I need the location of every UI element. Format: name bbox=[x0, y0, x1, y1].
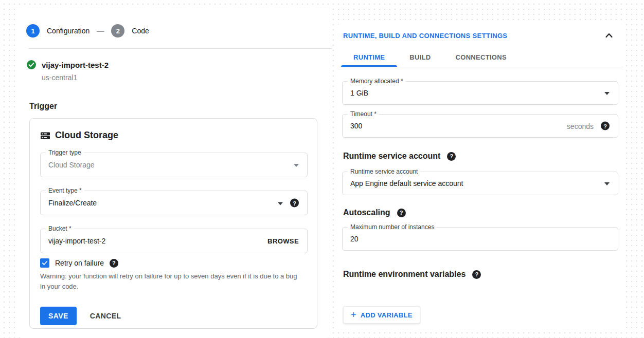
trigger-card-title-text: Cloud Storage bbox=[55, 130, 118, 141]
env-vars-heading: Runtime environment variables bbox=[343, 270, 466, 279]
memory-allocated-value: 1 GiB bbox=[350, 89, 368, 97]
service-account-heading: Runtime service account bbox=[343, 152, 440, 161]
runtime-settings-panel: RUNTIME, BUILD AND CONNECTIONS SETTINGS … bbox=[337, 24, 623, 330]
timeout-help-icon[interactable]: ? bbox=[601, 122, 610, 130]
configuration-panel: 1 Configuration — 2 Code vijay-import-te… bbox=[18, 6, 332, 338]
tab-runtime[interactable]: RUNTIME bbox=[341, 47, 397, 67]
timeout-value: 300 bbox=[350, 122, 362, 130]
step-separator: — bbox=[97, 27, 104, 35]
event-type-help-icon[interactable]: ? bbox=[290, 199, 299, 208]
chevron-down-icon bbox=[604, 182, 610, 185]
settings-panel-header[interactable]: RUNTIME, BUILD AND CONNECTIONS SETTINGS bbox=[343, 32, 600, 40]
checkbox-check-icon bbox=[42, 260, 48, 266]
env-vars-help-icon[interactable]: ? bbox=[472, 270, 481, 279]
bucket-label: Bucket * bbox=[46, 225, 74, 233]
cloud-storage-icon bbox=[40, 130, 50, 141]
retry-row: Retry on failure ? bbox=[40, 258, 118, 268]
add-variable-label: ADD VARIABLE bbox=[361, 311, 413, 319]
runtime-service-account-select[interactable]: Runtime service account App Engine defau… bbox=[342, 172, 618, 195]
timeout-label: Timeout * bbox=[348, 110, 379, 118]
retry-label[interactable]: Retry on failure bbox=[55, 259, 104, 267]
step-2-indicator[interactable]: 2 bbox=[111, 24, 124, 37]
chevron-down-icon bbox=[604, 92, 610, 95]
step-1-label[interactable]: Configuration bbox=[47, 27, 90, 35]
autoscaling-heading-row: Autoscaling ? bbox=[343, 208, 406, 217]
trigger-card: Cloud Storage Trigger type Cloud Storage… bbox=[29, 118, 317, 329]
memory-allocated-select[interactable]: Memory allocated * 1 GiB bbox=[342, 81, 618, 105]
max-instances-input[interactable]: Maximum number of instances 20 bbox=[342, 227, 618, 251]
runtime-service-account-label: Runtime service account bbox=[348, 168, 420, 176]
stepper-divider bbox=[28, 48, 332, 49]
function-region: us-central1 bbox=[42, 73, 77, 82]
service-account-heading-row: Runtime service account ? bbox=[343, 152, 456, 161]
retry-checkbox[interactable] bbox=[40, 258, 49, 268]
max-instances-label: Maximum number of instances bbox=[348, 223, 437, 231]
trigger-type-value: Cloud Storage bbox=[48, 161, 95, 169]
bucket-value: vijay-import-test-2 bbox=[48, 237, 105, 245]
trigger-card-title: Cloud Storage bbox=[40, 130, 118, 141]
stepper: 1 Configuration — 2 Code bbox=[26, 24, 156, 37]
autoscaling-help-icon[interactable]: ? bbox=[397, 209, 406, 217]
memory-allocated-label: Memory allocated * bbox=[348, 78, 406, 85]
runtime-service-account-value: App Engine default service account bbox=[350, 179, 463, 187]
success-check-icon bbox=[26, 60, 37, 70]
trigger-card-actions: SAVE CANCEL bbox=[40, 307, 121, 325]
chevron-down-icon bbox=[278, 202, 283, 205]
tabs-divider bbox=[341, 67, 623, 67]
step-2-label[interactable]: Code bbox=[132, 27, 149, 35]
function-status-row: vijay-import-test-2 bbox=[26, 60, 109, 70]
trigger-type-label: Trigger type bbox=[46, 149, 84, 157]
function-name: vijay-import-test-2 bbox=[42, 61, 109, 69]
trigger-type-select[interactable]: Trigger type Cloud Storage bbox=[40, 153, 308, 177]
timeout-input[interactable]: Timeout * 300 seconds ? bbox=[342, 114, 618, 138]
add-variable-button[interactable]: + ADD VARIABLE bbox=[343, 306, 420, 324]
event-type-select[interactable]: Event type * Finalize/Create ? bbox=[40, 191, 308, 215]
retry-help-icon[interactable]: ? bbox=[110, 259, 118, 268]
autoscaling-heading: Autoscaling bbox=[343, 208, 390, 217]
browse-button[interactable]: BROWSE bbox=[267, 237, 299, 245]
event-type-label: Event type * bbox=[46, 187, 84, 195]
cancel-button[interactable]: CANCEL bbox=[90, 312, 121, 320]
event-type-value: Finalize/Create bbox=[48, 199, 97, 207]
timeout-suffix: seconds bbox=[567, 122, 594, 130]
env-vars-heading-row: Runtime environment variables ? bbox=[343, 270, 481, 279]
tab-build[interactable]: BUILD bbox=[397, 47, 443, 67]
service-account-help-icon[interactable]: ? bbox=[447, 152, 456, 161]
bucket-input[interactable]: Bucket * vijay-import-test-2 BROWSE bbox=[40, 229, 308, 253]
step-1-indicator[interactable]: 1 bbox=[26, 24, 40, 37]
max-instances-value: 20 bbox=[350, 235, 359, 243]
chevron-up-icon[interactable] bbox=[604, 30, 614, 41]
retry-warning-text: Warning: your function will retry on fai… bbox=[40, 271, 303, 292]
settings-tabs: RUNTIME BUILD CONNECTIONS bbox=[341, 47, 519, 67]
chevron-down-icon bbox=[294, 164, 299, 167]
trigger-section-heading: Trigger bbox=[29, 102, 57, 111]
save-button[interactable]: SAVE bbox=[40, 307, 77, 325]
plus-icon: + bbox=[351, 310, 356, 320]
tab-connections[interactable]: CONNECTIONS bbox=[443, 47, 519, 67]
